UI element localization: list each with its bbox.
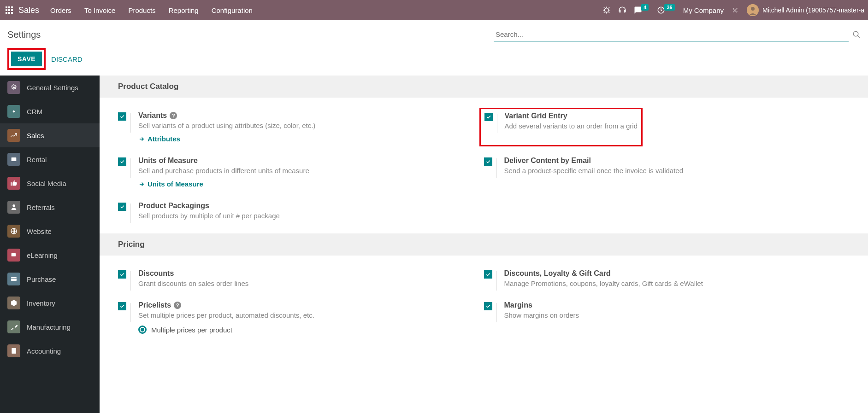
user-name: Mitchell Admin (19005757-master-a <box>762 6 864 14</box>
sidebar-item-social-media[interactable]: Social Media <box>0 171 100 195</box>
sidebar-item-website[interactable]: Website <box>0 219 100 243</box>
search-icon[interactable] <box>849 28 861 41</box>
setting-title-label: Deliver Content by Email <box>504 157 591 165</box>
checkbox-uom[interactable] <box>118 157 126 166</box>
checkbox-discounts[interactable] <box>118 270 126 279</box>
nav-to-invoice[interactable]: To Invoice <box>84 6 116 14</box>
discard-button[interactable]: DISCARD <box>49 52 84 67</box>
setting-desc: Sell variants of a product using attribu… <box>138 122 315 129</box>
thumbs-up-icon <box>7 177 20 190</box>
user-menu[interactable]: Mitchell Admin (19005757-master-a <box>747 4 864 16</box>
checkbox-variants[interactable] <box>118 112 126 121</box>
sidebar-item-elearning[interactable]: eLearning <box>0 243 100 267</box>
messages-icon[interactable]: 4 <box>634 6 650 14</box>
setting-packagings: Product Packagings Sell products by mult… <box>118 197 484 229</box>
setting-title-label: Discounts, Loyalty & Gift Card <box>504 269 611 278</box>
save-highlight-box: SAVE <box>7 48 46 70</box>
sidebar-item-label: Inventory <box>27 299 55 307</box>
checkbox-deliver-email[interactable] <box>484 157 492 166</box>
setting-title-label: Pricelists <box>138 301 171 309</box>
svg-rect-4 <box>8 9 10 11</box>
radio-multiple-prices[interactable]: Multiple prices per product <box>138 326 314 334</box>
section-header-pricing: Pricing <box>100 233 868 256</box>
checkbox-margins[interactable] <box>484 302 492 310</box>
setting-desc: Set multiple prices per product, automat… <box>138 311 314 319</box>
checkbox-pricelists[interactable] <box>118 302 126 310</box>
sidebar-item-accounting[interactable]: Accounting <box>0 339 100 363</box>
sidebar-item-label: Sales <box>27 132 44 140</box>
setting-desc: Show margins on orders <box>504 311 579 319</box>
sidebar-item-crm[interactable]: CRM <box>0 99 100 123</box>
nav-reporting[interactable]: Reporting <box>169 6 199 14</box>
svg-rect-21 <box>12 348 16 354</box>
setting-uom: Units of Measure Sell and purchase produ… <box>118 152 484 197</box>
checkbox-loyalty[interactable] <box>484 270 492 279</box>
sidebar-item-label: Rental <box>27 156 47 163</box>
nav-configuration[interactable]: Configuration <box>212 6 253 14</box>
nav-orders[interactable]: Orders <box>50 6 71 14</box>
activities-badge: 36 <box>664 4 674 11</box>
card-icon <box>7 273 20 285</box>
setting-title-label: Product Packagings <box>138 202 209 210</box>
navbar-right: 4 36 My Company Mitchell Admin (19005757… <box>602 4 864 16</box>
svg-rect-5 <box>11 9 13 11</box>
setting-pricelists: Pricelists ? Set multiple prices per pro… <box>118 297 484 343</box>
save-button[interactable]: SAVE <box>11 52 42 66</box>
svg-rect-0 <box>6 6 7 8</box>
sidebar-item-label: Referrals <box>27 204 55 211</box>
support-icon[interactable] <box>618 6 626 14</box>
top-navbar: Sales Orders To Invoice Products Reporti… <box>0 0 868 20</box>
messages-badge: 4 <box>641 4 649 11</box>
gear-icon <box>7 81 20 94</box>
svg-rect-2 <box>11 6 13 8</box>
link-attributes[interactable]: Attributes <box>138 135 315 143</box>
company-name[interactable]: My Company <box>683 6 724 14</box>
person-icon <box>7 201 20 214</box>
app-brand[interactable]: Sales <box>18 6 39 15</box>
sidebar-item-inventory[interactable]: Inventory <box>0 291 100 315</box>
search-input[interactable] <box>494 28 849 41</box>
link-uom[interactable]: Units of Measure <box>138 180 309 188</box>
sidebar-item-purchase[interactable]: Purchase <box>0 267 100 291</box>
sidebar-item-label: Accounting <box>27 347 61 355</box>
settings-content: Product Catalog Variants ? Sell variants… <box>100 76 868 413</box>
activities-icon[interactable]: 36 <box>657 6 675 14</box>
control-bar: Settings <box>0 20 868 44</box>
setting-title-label: Variant Grid Entry <box>505 112 567 120</box>
setting-title-label: Units of Measure <box>138 157 198 165</box>
checkbox-packagings[interactable] <box>118 203 126 211</box>
checkbox-variant-grid[interactable] <box>484 113 493 121</box>
svg-rect-18 <box>12 253 16 256</box>
svg-rect-1 <box>8 6 10 8</box>
setting-desc: Manage Promotions, coupons, loyalty card… <box>504 279 703 287</box>
nav-products[interactable]: Products <box>128 6 155 14</box>
actions-row: SAVE DISCARD <box>0 44 868 76</box>
setting-desc: Sell and purchase products in different … <box>138 167 309 175</box>
sidebar-item-referrals[interactable]: Referrals <box>0 195 100 219</box>
sidebar-item-label: Purchase <box>27 275 56 283</box>
apps-icon[interactable] <box>4 5 15 16</box>
bug-icon[interactable] <box>602 6 611 14</box>
svg-rect-20 <box>11 279 17 279</box>
sidebar-item-manufacturing[interactable]: Manufacturing <box>0 315 100 339</box>
svg-point-9 <box>605 8 609 12</box>
help-icon[interactable]: ? <box>170 112 177 119</box>
setting-margins: Margins Show margins on orders <box>484 297 850 343</box>
section-header-product-catalog: Product Catalog <box>100 76 868 98</box>
sidebar-item-rental[interactable]: Rental <box>0 147 100 171</box>
setting-variants: Variants ? Sell variants of a product us… <box>118 107 484 152</box>
avatar <box>747 4 759 16</box>
variant-grid-highlight-box: Variant Grid Entry Add several variants … <box>479 108 643 146</box>
sidebar-item-label: General Settings <box>27 84 78 92</box>
setting-deliver-email: Deliver Content by Email Send a product-… <box>484 152 850 197</box>
chart-icon <box>7 129 20 142</box>
help-icon[interactable]: ? <box>174 302 181 309</box>
sidebar-item-sales[interactable]: Sales <box>0 123 100 147</box>
globe-icon <box>7 225 20 238</box>
tools-icon[interactable] <box>731 6 739 14</box>
book-icon <box>7 344 20 357</box>
setting-title-label: Variants <box>138 111 167 120</box>
sidebar-item-general-settings[interactable]: General Settings <box>0 76 100 99</box>
svg-rect-8 <box>11 12 13 14</box>
graduation-icon <box>7 249 20 262</box>
